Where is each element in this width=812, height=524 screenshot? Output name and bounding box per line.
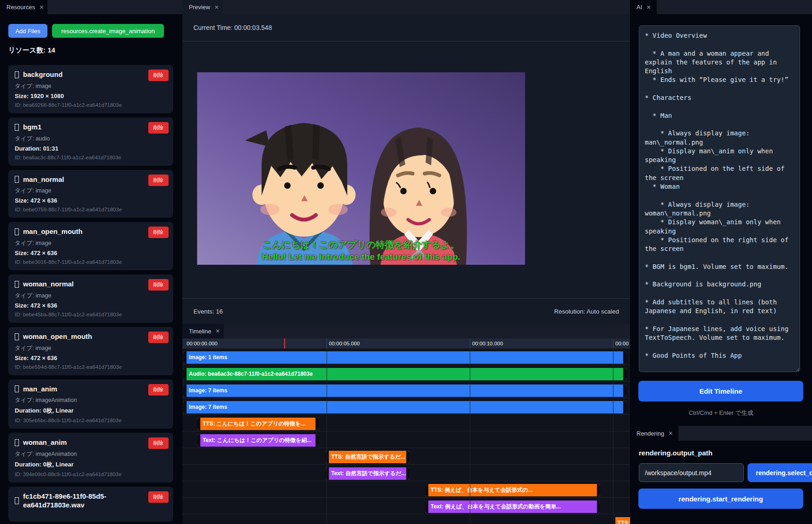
timeline-clip[interactable]: TTS: 自然言語で指示するだ... <box>326 451 409 463</box>
delete-resource-button[interactable]: 削除 <box>148 491 169 503</box>
delete-resource-button[interactable]: 削除 <box>148 384 169 396</box>
resource-type-icon <box>15 497 19 504</box>
resource-meta: Size: 472 × 636 <box>15 355 167 361</box>
resolution-status: Resolution: Auto scaled <box>554 308 619 315</box>
create-image-animation-button[interactable]: resources.create_image_animation <box>52 24 164 38</box>
resource-name: woman_open_mouth <box>23 332 92 341</box>
preview-statusbar: Events: 16 Resolution: Auto scaled <box>182 298 630 324</box>
ai-prompt-textarea[interactable]: * Video Overview * A man and a woman app… <box>639 25 800 372</box>
add-files-button[interactable]: Add Files <box>8 24 47 38</box>
delete-resource-button[interactable]: 削除 <box>148 175 169 186</box>
resource-name: background <box>23 70 63 79</box>
output-path-input[interactable] <box>639 463 744 482</box>
close-icon[interactable]: ✕ <box>214 4 219 11</box>
resource-type: タイプ: image <box>15 344 167 352</box>
playhead[interactable] <box>284 338 285 349</box>
timeline-clip[interactable]: Image: 7 items <box>183 401 626 413</box>
timeline-clip[interactable]: Text: 自然言語で指示するだ... <box>326 467 409 480</box>
video-preview[interactable]: こんにちは！このアプリの特徴を紹介するよ。 Hello! Let me intr… <box>197 72 525 265</box>
resource-title-row: man_normal <box>15 175 167 184</box>
resource-type: タイプ: image <box>15 239 167 247</box>
timeline-clip-label: TTS: こんにちは！このアプリの特徴を... <box>203 420 305 427</box>
right-column: AI ✕ * Video Overview * A man and a woma… <box>630 0 812 524</box>
timeline-gridline <box>470 349 470 524</box>
timeline-ruler[interactable]: 00:00:00.00000:00:05.00000:00:10.00000:0… <box>182 338 630 349</box>
resource-card: 削除 woman_normal タイプ: image Size: 472 × 6… <box>8 274 173 323</box>
tab-resources-label: Resources <box>6 4 35 11</box>
ruler-time-label: 00:00:05.000 <box>327 338 360 349</box>
resource-card: 削除 man_normal タイプ: image Size: 472 × 636… <box>8 170 173 218</box>
current-time: Current Time: 00:00:03.548 <box>182 14 630 41</box>
timeline-clip-label: Text: 例えば、台本を与えて会話形式の動画を簡単... <box>431 503 561 510</box>
delete-resource-button[interactable]: 削除 <box>148 437 169 449</box>
tab-timeline[interactable]: Timeline ✕ <box>182 324 224 338</box>
delete-resource-button[interactable]: 削除 <box>148 122 169 134</box>
resource-name: man_open_mouth <box>23 227 82 236</box>
resource-id: ID: 305eb5bc-88c9-11f0-a1c2-ea641d71803e <box>15 418 167 423</box>
select-output-path-button[interactable]: rendering.select_out <box>748 463 812 482</box>
close-icon[interactable]: ✕ <box>216 328 220 334</box>
resource-type: タイプ: image <box>15 292 167 300</box>
timeline-clip-label: TTS: <box>618 520 630 524</box>
timeline-clip[interactable]: Image: 7 items <box>183 384 626 397</box>
timeline-clip-label: Text: 自然言語で指示するだ... <box>331 470 406 477</box>
resource-title-row: man_open_mouth <box>15 227 167 236</box>
ruler-tick <box>327 338 327 349</box>
timeline-clip[interactable]: Image: 1 items <box>183 351 626 364</box>
resource-name: fc1cb471-89e6-11f0-85d5-ea641d71803e.wav <box>23 492 134 510</box>
ai-shortcut-hint: Ctrl/Cmd + Enter で生成 <box>630 409 812 417</box>
timeline-clip-label: Image: 1 items <box>189 354 227 361</box>
resource-type-icon <box>15 333 19 340</box>
resource-id: ID: 394e09c0-88c9-11f0-a1c2-ea641d71803e <box>15 472 167 477</box>
resource-title-row: man_anim <box>15 385 167 394</box>
resource-card: 削除 man_open_mouth タイプ: image Size: 472 ×… <box>8 222 173 270</box>
resource-id: ID: bebe3016-88c7-11f0-a1c2-ea641d71803e <box>15 259 167 265</box>
ruler-time-label: 00:00:10.000 <box>470 338 503 349</box>
tab-rendering[interactable]: Rendering ✕ <box>630 426 678 441</box>
close-icon[interactable]: ✕ <box>39 4 44 11</box>
timeline-clip[interactable]: Text: 例えば、台本を与えて会話形式の動画を簡単... <box>425 501 600 513</box>
preview-tabstrip: Preview ✕ <box>182 0 630 14</box>
start-rendering-button[interactable]: rendering.start_rendering <box>638 489 803 509</box>
resource-name: man_anim <box>23 385 57 394</box>
resource-title-row: woman_anim <box>15 438 167 447</box>
tab-resources[interactable]: Resources ✕ <box>0 0 47 14</box>
timeline-tracks[interactable]: Image: 1 items Audio: bea6ac3c-88c7-11f0… <box>182 349 630 524</box>
edit-timeline-button[interactable]: Edit Timeline <box>638 381 803 402</box>
delete-resource-button[interactable]: 削除 <box>148 227 169 238</box>
resource-list[interactable]: 削除 background タイプ: image Size: 1920 × 10… <box>8 65 173 524</box>
timeline-clip-label: Image: 7 items <box>189 404 227 410</box>
timeline-clip-label: TTS: 自然言語で指示するだ... <box>331 454 405 460</box>
output-path-label: rendering.output_path <box>639 449 713 457</box>
timeline-clip[interactable]: TTS: <box>612 517 630 524</box>
close-icon[interactable]: ✕ <box>668 430 673 437</box>
delete-resource-button[interactable]: 削除 <box>148 279 169 291</box>
resource-card: 削除 background タイプ: image Size: 1920 × 10… <box>8 65 173 113</box>
resource-meta: Duration: 01:31 <box>15 145 167 152</box>
ruler-tick <box>613 338 613 349</box>
timeline-clip[interactable]: TTS: こんにちは！このアプリの特徴を... <box>197 418 319 430</box>
events-count: Events: 16 <box>193 308 223 315</box>
resources-tabstrip: Resources ✕ <box>0 0 182 14</box>
resource-meta: Duration: 0枚, Linear <box>15 407 167 415</box>
resource-card: 削除 woman_open_mouth タイプ: image Size: 472… <box>8 327 173 375</box>
timeline-clip[interactable]: Audio: bea6ac3c-88c7-11f0-a1c2-ea641d718… <box>183 368 626 380</box>
resource-type-icon <box>15 124 19 131</box>
tab-preview[interactable]: Preview ✕ <box>182 0 223 14</box>
ruler-tick <box>470 338 470 349</box>
resource-type-icon <box>15 439 19 446</box>
resource-name: woman_normal <box>23 280 74 289</box>
resource-type: タイプ: imageAnimation <box>15 396 167 404</box>
resource-title-row: woman_open_mouth <box>15 332 167 341</box>
tab-ai[interactable]: AI ✕ <box>630 0 657 14</box>
ruler-time-label: 00:00 <box>613 338 629 349</box>
delete-resource-button[interactable]: 削除 <box>148 70 169 81</box>
tab-rendering-label: Rendering <box>637 430 664 437</box>
resource-name: woman_anim <box>23 438 67 447</box>
resource-title-row: background <box>15 70 167 79</box>
delete-resource-button[interactable]: 削除 <box>148 332 169 343</box>
timeline-clip[interactable]: TTS: 例えば、台本を与えて会話形式の... <box>425 484 600 496</box>
resource-meta: Size: 472 × 636 <box>15 302 167 309</box>
close-icon[interactable]: ✕ <box>646 4 651 11</box>
timeline-clip[interactable]: Text: こんにちは！このアプリの特徴を紹... <box>197 434 319 447</box>
